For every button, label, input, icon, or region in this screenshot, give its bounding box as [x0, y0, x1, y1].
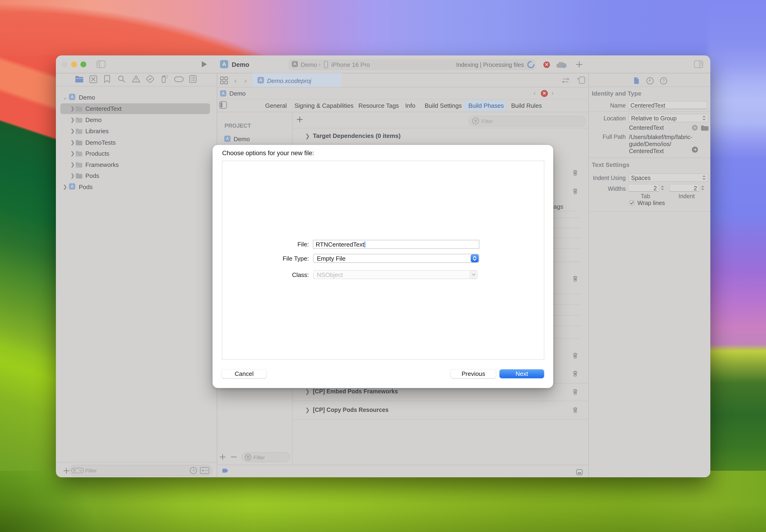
svg-text:?: ?: [662, 79, 665, 83]
